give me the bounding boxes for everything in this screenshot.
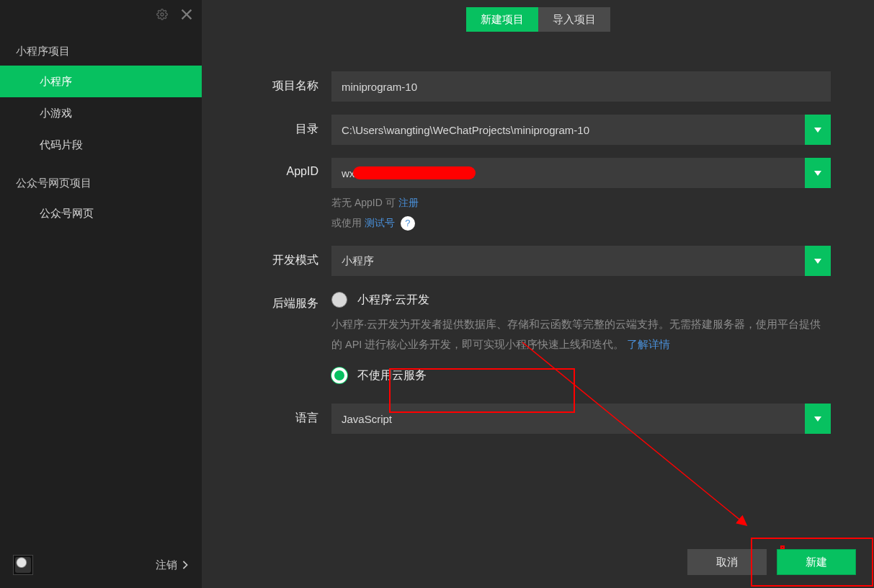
sidebar-item-miniprogram[interactable]: 小程序 [0,66,202,97]
language-dropdown-icon[interactable] [805,404,831,434]
sidebar: 小程序项目 小程序 小游戏 代码片段 公众号网页项目 公众号网页 注销 [0,0,202,588]
directory-input[interactable]: C:\Users\wangting\WeChatProjects\minipro… [331,115,831,145]
button-label: 新建 [806,556,827,569]
svg-marker-3 [814,128,821,133]
svg-marker-5 [814,259,821,264]
appid-redacted [353,166,476,179]
sidebar-group-webpage: 公众号网页项目 [0,161,202,197]
backend-option-nocloud[interactable]: 不使用云服务 [331,365,831,391]
radio-selected-icon [331,368,347,383]
desc-text: 小程序·云开发为开发者提供数据库、存储和云函数等完整的云端支持。无需搭建服务器，… [331,318,821,350]
radio-label: 小程序·云开发 [357,293,429,308]
svg-marker-6 [814,416,821,422]
test-account-link[interactable]: 测试号 [365,217,395,228]
sidebar-group-miniprogram: 小程序项目 [0,29,202,66]
select-value: 小程序 [342,254,374,268]
directory-label: 目录 [245,115,331,137]
avatar[interactable] [13,555,33,575]
tab-import-project[interactable]: 导入项目 [538,7,610,32]
appid-dropdown-icon[interactable] [805,158,831,188]
footer-buttons: 取消 新建 [687,549,856,575]
sidebar-item-label: 公众号网页 [40,207,94,220]
help-icon[interactable]: ? [401,216,415,231]
button-label: 取消 [716,556,738,569]
main-panel: 新建项目 导入项目 项目名称 miniprogram-10 目录 C:\User… [202,0,874,588]
sidebar-item-label: 小程序 [40,75,72,89]
tab-label: 导入项目 [553,13,596,27]
dev-mode-select[interactable]: 小程序 [331,246,831,276]
appid-input[interactable]: wx [331,158,831,188]
backend-label: 后端服务 [245,289,331,311]
backend-desc: 小程序·云开发为开发者提供数据库、存储和云函数等完整的云端支持。无需搭建服务器，… [331,315,831,355]
tab-new-project[interactable]: 新建项目 [466,7,538,32]
sidebar-item-label: 小游戏 [40,107,72,120]
appid-label: AppID [245,158,331,178]
appid-hint: 若无 AppID 可 注册 或使用 测试号 ? [331,192,831,233]
hint-text2: 或使用 [331,217,365,228]
cancel-button[interactable]: 取消 [687,549,767,575]
select-value: JavaScript [342,413,392,425]
tabs: 新建项目 导入项目 [245,7,831,32]
backend-option-cloud[interactable]: 小程序·云开发 [331,289,831,315]
input-value: miniprogram-10 [342,81,417,93]
input-value: C:\Users\wangting\WeChatProjects\minipro… [342,124,589,136]
project-form: 项目名称 miniprogram-10 目录 C:\Users\wangting… [245,71,831,434]
svg-marker-4 [814,171,821,176]
close-icon[interactable] [179,6,195,22]
directory-dropdown-icon[interactable] [805,115,831,145]
logout-label: 注销 [156,558,177,572]
register-link[interactable]: 注册 [398,197,419,208]
logout-button[interactable]: 注销 [156,558,189,572]
hint-text: 若无 AppID 可 [331,197,398,208]
language-label: 语言 [245,404,331,426]
project-name-input[interactable]: miniprogram-10 [331,71,831,102]
sidebar-item-webpage[interactable]: 公众号网页 [0,197,202,229]
radio-icon [331,292,347,308]
svg-point-0 [161,13,164,16]
gear-icon[interactable] [154,6,170,22]
learn-more-link[interactable]: 了解详情 [627,339,670,350]
project-name-label: 项目名称 [245,71,331,94]
tab-label: 新建项目 [481,13,524,27]
sidebar-item-snippet[interactable]: 代码片段 [0,129,202,161]
create-button[interactable]: 新建 [777,549,856,575]
sidebar-item-minigame[interactable]: 小游戏 [0,97,202,129]
dev-mode-dropdown-icon[interactable] [805,246,831,276]
sidebar-bottom: 注销 [0,555,202,575]
language-select[interactable]: JavaScript [331,404,831,434]
dev-mode-label: 开发模式 [245,246,331,268]
radio-label: 不使用云服务 [357,368,427,383]
sidebar-item-label: 代码片段 [40,138,83,152]
sidebar-top-icons [0,0,202,29]
